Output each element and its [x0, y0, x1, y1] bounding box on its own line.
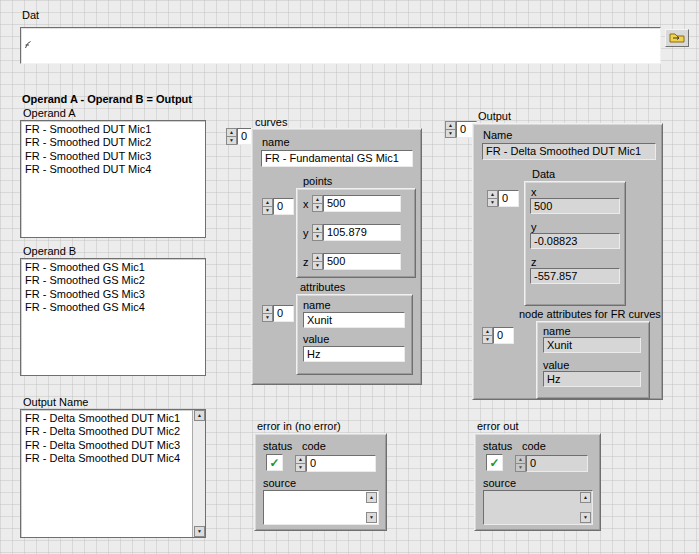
points-y-control: ▲▼ 105.879: [312, 224, 401, 241]
list-item[interactable]: FR - Smoothed GS Mic1: [21, 261, 205, 274]
path-type-icon: [24, 39, 33, 53]
output-name-field: FR - Delta Smoothed DUT Mic1: [482, 143, 656, 160]
list-item[interactable]: FR - Delta Smoothed DUT Mic2: [21, 425, 205, 438]
error-out-cluster: status code ✓ ▲▼ 0 source ▲ ▼: [474, 433, 601, 531]
increment-icon[interactable]: ▲: [262, 305, 273, 314]
scrollbar[interactable]: ▲ ▼: [192, 410, 205, 537]
decrement-icon[interactable]: ▼: [312, 204, 323, 212]
error-out-source-field: ▲ ▼: [483, 490, 593, 525]
list-item[interactable]: FR - Smoothed DUT Mic4: [21, 163, 205, 176]
increment-icon[interactable]: ▲: [445, 121, 456, 130]
error-out-status-indicator: ✓: [486, 454, 503, 471]
error-out-code-value: 0: [526, 455, 588, 472]
curves-cluster: name FR - Fundamental GS Mic1 points ▲▼ …: [251, 128, 422, 385]
decrement-icon[interactable]: ▼: [262, 207, 273, 215]
error-out-status-label: status: [483, 440, 512, 452]
points-z-value[interactable]: 500: [323, 253, 401, 270]
list-item[interactable]: FR - Smoothed DUT Mic1: [21, 123, 205, 136]
data-z-label: z: [531, 256, 537, 268]
output-cluster: Name FR - Delta Smoothed DUT Mic1 Data ▲…: [472, 123, 663, 400]
list-item[interactable]: FR - Smoothed DUT Mic2: [21, 136, 205, 149]
attributes-label: attributes: [300, 281, 345, 293]
node-attributes-cluster: name Xunit value Hz: [536, 321, 650, 399]
browse-button[interactable]: [665, 29, 689, 47]
curves-label: curves: [255, 116, 287, 128]
points-z-control: ▲▼ 500: [312, 253, 401, 270]
curves-name-field[interactable]: FR - Fundamental GS Mic1: [261, 150, 413, 167]
path-label: Dat: [22, 9, 39, 21]
error-in-code-value[interactable]: 0: [306, 455, 376, 472]
decrement-icon[interactable]: ▼: [312, 233, 323, 241]
data-x-value: 500: [530, 198, 620, 214]
path-input[interactable]: [20, 27, 661, 64]
decrement-icon[interactable]: ▼: [445, 130, 456, 138]
scroll-up-icon[interactable]: ▲: [366, 492, 377, 503]
data-y-label: y: [531, 221, 537, 233]
scroll-up-icon[interactable]: ▲: [194, 410, 205, 421]
node-attributes-index-control: ▲▼ 0: [482, 327, 514, 344]
points-y-value[interactable]: 105.879: [323, 224, 401, 241]
output-name-field-label: Name: [483, 129, 512, 141]
data-cluster: x 500 y -0.08823 z -557.857: [524, 181, 626, 306]
list-item[interactable]: FR - Smoothed GS Mic4: [21, 301, 205, 314]
operand-a-label: Operand A: [23, 107, 76, 119]
operand-b-listbox[interactable]: FR - Smoothed GS Mic1 FR - Smoothed GS M…: [20, 258, 206, 376]
points-z-label: z: [303, 256, 309, 268]
decrement-icon[interactable]: ▼: [226, 137, 237, 145]
list-item[interactable]: FR - Delta Smoothed DUT Mic4: [21, 452, 205, 465]
decrement-icon[interactable]: ▼: [482, 336, 493, 344]
attributes-index-value[interactable]: 0: [273, 305, 294, 322]
node-attributes-index-value[interactable]: 0: [493, 327, 514, 344]
error-in-source-field[interactable]: ▲ ▼: [263, 490, 379, 525]
folder-icon: [669, 32, 685, 45]
error-in-source-label: source: [263, 477, 296, 489]
attribute-name-field[interactable]: Xunit: [303, 312, 405, 328]
operand-a-listbox[interactable]: FR - Smoothed DUT Mic1 FR - Smoothed DUT…: [20, 120, 206, 238]
decrement-icon[interactable]: ▼: [295, 464, 306, 472]
node-name-label: name: [543, 325, 571, 337]
output-label: Output: [478, 110, 511, 122]
increment-icon[interactable]: ▲: [312, 195, 323, 204]
scroll-down-icon[interactable]: ▼: [194, 526, 205, 537]
error-in-status-indicator[interactable]: ✓: [266, 454, 283, 471]
increment-icon[interactable]: ▲: [487, 190, 498, 199]
points-y-label: y: [303, 227, 309, 239]
node-attributes-label: node attributes for FR curves: [519, 308, 661, 320]
scroll-up-icon[interactable]: ▲: [580, 492, 591, 503]
error-out-source-label: source: [483, 477, 516, 489]
check-icon: ✓: [489, 457, 499, 469]
list-item[interactable]: FR - Smoothed DUT Mic3: [21, 150, 205, 163]
increment-icon[interactable]: ▲: [312, 253, 323, 262]
error-in-code-label: code: [302, 440, 326, 452]
scroll-down-icon[interactable]: ▼: [366, 512, 377, 523]
list-item[interactable]: FR - Smoothed GS Mic2: [21, 274, 205, 287]
output-name-listbox[interactable]: FR - Delta Smoothed DUT Mic1 FR - Delta …: [20, 409, 206, 538]
scroll-down-icon[interactable]: ▼: [580, 512, 591, 523]
error-out-code-label: code: [522, 440, 546, 452]
data-index-value[interactable]: 0: [498, 190, 519, 207]
increment-icon[interactable]: ▲: [312, 224, 323, 233]
points-x-control: ▲▼ 500: [312, 195, 401, 212]
points-index-value[interactable]: 0: [273, 198, 294, 215]
error-out-code-indicator: ▲▼ 0: [515, 455, 588, 472]
list-item[interactable]: FR - Delta Smoothed DUT Mic3: [21, 439, 205, 452]
points-label: points: [303, 175, 332, 187]
attribute-value-field[interactable]: Hz: [303, 346, 405, 362]
output-name-label: Output Name: [23, 396, 88, 408]
points-x-value[interactable]: 500: [323, 195, 401, 212]
increment-icon[interactable]: ▲: [262, 198, 273, 207]
curves-name-label: name: [262, 136, 290, 148]
list-item[interactable]: FR - Delta Smoothed DUT Mic1: [21, 412, 205, 425]
increment-icon[interactable]: ▲: [482, 327, 493, 336]
increment-icon[interactable]: ▲: [295, 455, 306, 464]
decrement-icon: ▼: [515, 464, 526, 472]
increment-icon[interactable]: ▲: [226, 128, 237, 137]
error-in-label: error in (no error): [257, 420, 341, 432]
decrement-icon[interactable]: ▼: [487, 199, 498, 207]
decrement-icon[interactable]: ▼: [262, 314, 273, 322]
decrement-icon[interactable]: ▼: [312, 262, 323, 270]
increment-icon: ▲: [515, 455, 526, 464]
node-value-value: Hz: [543, 371, 641, 387]
data-index-control: ▲▼ 0: [487, 190, 519, 207]
list-item[interactable]: FR - Smoothed GS Mic3: [21, 288, 205, 301]
